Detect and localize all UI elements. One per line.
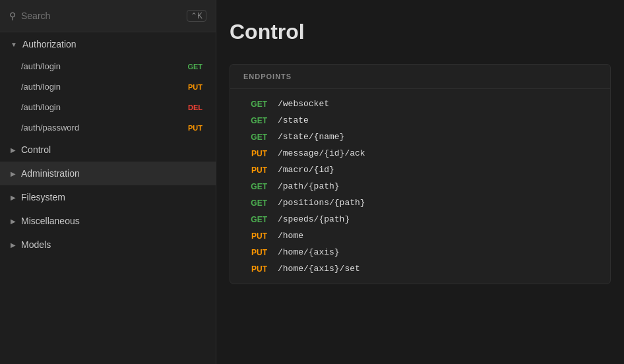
section-label-authorization: Authorization — [22, 39, 77, 49]
main-content: Control ENDPOINTS GET /websocket GET /st… — [216, 0, 624, 364]
row-path: /websocket — [278, 99, 329, 109]
endpoint-path: /auth/login — [21, 102, 61, 112]
row-path: /positions/{path} — [278, 198, 365, 208]
section-label-filesystem: Filesystem — [21, 192, 65, 202]
section-label-miscellaneous: Miscellaneous — [21, 216, 80, 226]
table-row[interactable]: GET /speeds/{path} — [230, 211, 610, 228]
section-header-control[interactable]: ▶ Control — [0, 138, 216, 162]
section-header-models[interactable]: ▶ Models — [0, 233, 216, 257]
search-shortcut: ⌃K — [187, 10, 206, 22]
method-get: GET — [243, 198, 267, 208]
method-get: GET — [243, 100, 267, 109]
row-path: /home/{axis} — [278, 247, 340, 257]
method-put: PUT — [243, 166, 267, 175]
chevron-right-icon: ▶ — [11, 218, 16, 225]
sidebar: ⚲ ⌃K ▼ Authorization /auth/login GET /au… — [0, 0, 216, 364]
table-row[interactable]: GET /positions/{path} — [230, 195, 610, 211]
row-path: /message/{id}/ack — [278, 148, 365, 158]
table-row[interactable]: PUT /message/{id}/ack — [230, 145, 610, 162]
row-path: /speeds/{path} — [278, 214, 350, 224]
chevron-right-icon: ▶ — [11, 241, 16, 249]
table-row[interactable]: PUT /macro/{id} — [230, 162, 610, 178]
endpoint-path: /auth/login — [21, 61, 61, 71]
method-get: GET — [243, 182, 267, 191]
table-row[interactable]: GET /state — [230, 112, 610, 129]
method-get: GET — [243, 116, 267, 125]
table-row[interactable]: GET /state/{name} — [230, 129, 610, 145]
table-row[interactable]: PUT /home — [230, 228, 610, 244]
section-control: ▶ Control — [0, 138, 216, 162]
endpoints-label: ENDPOINTS — [230, 65, 610, 89]
row-path: /home — [278, 231, 303, 241]
method-badge-del: DEL — [185, 103, 205, 112]
section-filesystem: ▶ Filesystem — [0, 185, 216, 209]
search-bar[interactable]: ⚲ ⌃K — [0, 0, 216, 32]
page-title: Control — [230, 20, 611, 44]
chevron-right-icon: ▶ — [11, 170, 16, 177]
chevron-right-icon: ▶ — [11, 146, 16, 154]
row-path: /state — [278, 115, 309, 125]
method-badge-get: GET — [185, 62, 205, 71]
endpoints-box: ENDPOINTS GET /websocket GET /state GET … — [230, 64, 611, 284]
method-put: PUT — [243, 231, 267, 241]
endpoint-path: /auth/password — [21, 123, 79, 133]
section-header-administration[interactable]: ▶ Administration — [0, 162, 216, 185]
table-row[interactable]: GET /websocket — [230, 96, 610, 112]
search-input[interactable] — [21, 11, 181, 21]
endpoint-auth-password-put[interactable]: /auth/password PUT — [0, 117, 216, 138]
section-authorization: ▼ Authorization /auth/login GET /auth/lo… — [0, 32, 216, 138]
section-administration: ▶ Administration — [0, 162, 216, 185]
section-header-miscellaneous[interactable]: ▶ Miscellaneous — [0, 209, 216, 233]
table-row[interactable]: GET /path/{path} — [230, 178, 610, 195]
endpoint-rows: GET /websocket GET /state GET /state/{na… — [230, 89, 610, 284]
row-path: /state/{name} — [278, 132, 344, 142]
endpoint-path: /auth/login — [21, 82, 61, 92]
endpoint-auth-login-del[interactable]: /auth/login DEL — [0, 97, 216, 117]
section-header-filesystem[interactable]: ▶ Filesystem — [0, 185, 216, 209]
section-models: ▶ Models — [0, 233, 216, 257]
endpoint-auth-login-get[interactable]: /auth/login GET — [0, 56, 216, 76]
method-put: PUT — [243, 149, 267, 158]
table-row[interactable]: PUT /home/{axis}/set — [230, 260, 610, 277]
method-put: PUT — [243, 264, 267, 274]
method-badge-put: PUT — [185, 82, 205, 92]
row-path: /path/{path} — [278, 181, 340, 191]
row-path: /home/{axis}/set — [278, 264, 360, 274]
method-get: GET — [243, 215, 267, 224]
chevron-right-icon: ▶ — [11, 194, 16, 201]
table-row[interactable]: PUT /home/{axis} — [230, 244, 610, 260]
chevron-down-icon: ▼ — [11, 41, 17, 48]
endpoint-auth-login-put[interactable]: /auth/login PUT — [0, 76, 216, 97]
search-icon: ⚲ — [9, 11, 16, 21]
section-label-administration: Administration — [21, 168, 80, 179]
row-path: /macro/{id} — [278, 165, 334, 175]
method-badge-put: PUT — [185, 123, 205, 133]
section-label-control: Control — [21, 144, 51, 155]
method-get: GET — [243, 133, 267, 142]
section-miscellaneous: ▶ Miscellaneous — [0, 209, 216, 233]
section-label-models: Models — [21, 239, 51, 250]
section-header-authorization[interactable]: ▼ Authorization — [0, 32, 216, 56]
method-put: PUT — [243, 248, 267, 257]
